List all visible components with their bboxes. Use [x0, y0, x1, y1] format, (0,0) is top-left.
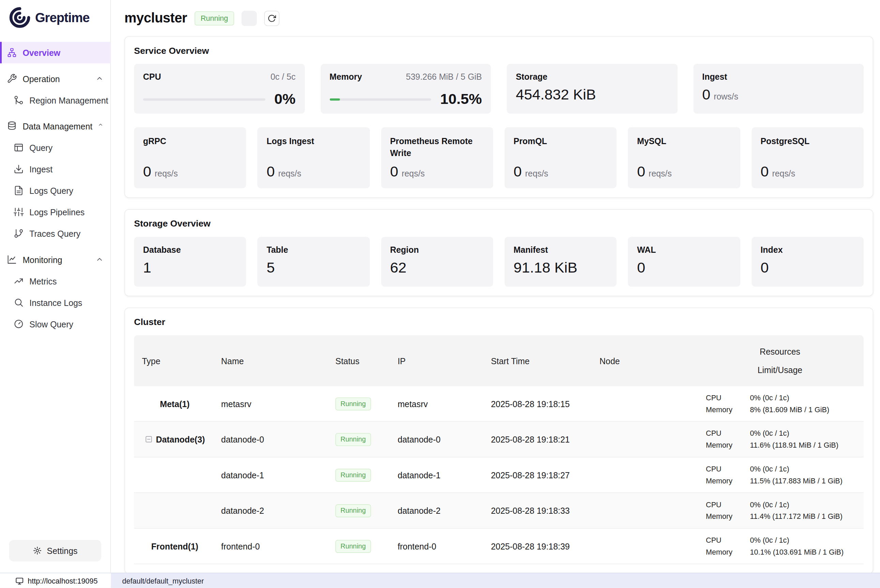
- protocol-label: Prometheus Remote Write: [390, 135, 484, 159]
- cluster-status-badge: Running: [194, 11, 234, 25]
- protocol-label: MySQL: [637, 135, 731, 147]
- storage-label: Storage: [516, 72, 547, 81]
- server-url: http://localhost:19095: [28, 576, 98, 585]
- row-resources: CPU0% (0c / 1c) Memory11.4% (117.172 MiB…: [696, 499, 863, 522]
- cpu-percent: 0%: [274, 91, 296, 108]
- stat-label: Region: [390, 245, 484, 255]
- row-name: frontend-0: [215, 542, 329, 551]
- refresh-button[interactable]: [264, 10, 279, 26]
- sidebar-group-monitoring[interactable]: Monitoring: [0, 249, 110, 270]
- protocol-unit: reqs/s: [772, 169, 795, 178]
- row-type: Frontend(1): [151, 542, 198, 551]
- sidebar-group-label: Monitoring: [23, 255, 62, 264]
- protocol-value: 0: [637, 163, 645, 180]
- cpu-stat-card: CPU 0c / 5c 0%: [134, 64, 304, 114]
- table-row-datanode-1: datanode-1 Running datanode-1 2025-08-28…: [134, 458, 863, 493]
- stat-value: 0: [760, 259, 854, 276]
- sidebar-item-label: Logs Pipelines: [29, 207, 84, 217]
- brand-name: Greptime: [35, 10, 90, 25]
- memory-resource-value: 11.5% (117.883 MiB / 1 GiB): [750, 476, 842, 486]
- protocol-card-postgresql: PostgreSQL 0reqs/s: [751, 127, 863, 188]
- sidebar-item-label: Metrics: [29, 276, 57, 286]
- stat-value: 91.18 KiB: [514, 259, 608, 276]
- cluster-card: Cluster Type Name Status IP Start Time N…: [125, 308, 873, 573]
- sidebar-item-instance-logs[interactable]: Instance Logs: [0, 292, 110, 313]
- table-row-datanode-2: datanode-2 Running datanode-2 2025-08-28…: [134, 493, 863, 529]
- cpu-resource-label: CPU: [706, 535, 750, 546]
- column-resources: Resources: [760, 346, 800, 356]
- ingest-unit: rows/s: [714, 92, 738, 101]
- storage-stat-row: Database 1 Table 5 Region 62 Manifest 91…: [134, 237, 863, 286]
- sidebar-item-label: Instance Logs: [29, 298, 82, 307]
- git-merge-icon: [14, 95, 24, 105]
- column-limit-usage: Limit/Usage: [758, 365, 802, 375]
- row-start-time: 2025-08-28 19:18:15: [484, 399, 592, 408]
- stat-label: Database: [143, 245, 237, 255]
- sidebar-item-logs-query[interactable]: Logs Query: [0, 180, 110, 201]
- chevron-up-icon: [95, 75, 103, 82]
- table-icon: [14, 142, 24, 153]
- sidebar-item-region-management[interactable]: Region Management: [0, 89, 110, 111]
- column-ip: IP: [398, 356, 406, 366]
- sidebar-group-data-management[interactable]: Data Management: [0, 116, 110, 137]
- search-icon: [14, 297, 24, 308]
- stat-card-database: Database 1: [134, 237, 246, 286]
- wrench-icon: [7, 74, 17, 84]
- row-start-time: 2025-08-28 19:18:27: [484, 470, 592, 480]
- cpu-resource-label: CPU: [706, 499, 750, 510]
- sidebar-item-query[interactable]: Query: [0, 137, 110, 158]
- sidebar-item-overview[interactable]: Overview: [0, 42, 110, 63]
- brand-logo[interactable]: Greptime: [0, 0, 110, 34]
- row-name: datanode-2: [215, 506, 329, 515]
- protocol-card-prometheus-remote-write: Prometheus Remote Write 0reqs/s: [381, 127, 493, 188]
- gauge-icon: [14, 319, 24, 329]
- server-url-chip[interactable]: http://localhost:19095: [0, 573, 111, 588]
- sidebar-item-metrics[interactable]: Metrics: [0, 270, 110, 292]
- sidebar-item-ingest[interactable]: Ingest: [0, 158, 110, 180]
- protocol-unit: reqs/s: [649, 169, 672, 178]
- row-resources: CPU0% (0c / 1c) Memory8% (81.609 MiB / 1…: [696, 393, 863, 415]
- sidebar-group-operation[interactable]: Operation: [0, 68, 110, 89]
- settings-button[interactable]: Settings: [9, 540, 101, 561]
- storage-stat-card: Storage 454.832 KiB: [507, 64, 677, 114]
- protocol-value: 0: [267, 163, 275, 180]
- row-ip: frontend-0: [391, 542, 484, 551]
- protocol-value: 0: [143, 163, 151, 180]
- table-row-datanode-0: Datanode(3) datanode-0 Running datanode-…: [134, 422, 863, 458]
- sidebar-item-slow-query[interactable]: Slow Query: [0, 313, 110, 334]
- protocol-label: PostgreSQL: [760, 135, 854, 147]
- storage-overview-card: Storage Overview Database 1 Table 5 Regi…: [125, 209, 873, 296]
- memory-resource-value: 11.6% (118.91 MiB / 1 GiB): [750, 440, 838, 451]
- gear-icon: [33, 546, 42, 555]
- protocol-unit: reqs/s: [401, 169, 425, 178]
- ingest-label: Ingest: [702, 72, 727, 81]
- stat-value: 0: [637, 259, 731, 276]
- page-title: mycluster: [125, 10, 187, 26]
- stat-label: WAL: [637, 245, 731, 255]
- cpu-resource-value: 0% (0c / 1c): [750, 393, 789, 404]
- cpu-resource-value: 0% (0c / 1c): [750, 428, 789, 439]
- cpu-resource-value: 0% (0c / 1c): [750, 499, 789, 510]
- column-type: Type: [142, 356, 161, 366]
- cluster-table-header: Type Name Status IP Start Time Node Reso…: [134, 335, 863, 386]
- sidebar-item-logs-pipelines[interactable]: Logs Pipelines: [0, 201, 110, 223]
- row-ip: datanode-2: [391, 506, 484, 515]
- chevron-up-icon: [95, 255, 103, 263]
- sidebar-item-traces-query[interactable]: Traces Query: [0, 223, 110, 244]
- blank-action-button[interactable]: [242, 10, 257, 26]
- stat-label: Index: [760, 245, 854, 255]
- memory-resource-label: Memory: [706, 440, 750, 451]
- row-status-badge: Running: [335, 433, 371, 446]
- cpu-quota: 0c / 5c: [270, 72, 296, 81]
- sidebar-group-label: Operation: [23, 74, 60, 84]
- memory-resource-value: 10.1% (103.691 MiB / 1 GiB): [750, 547, 844, 558]
- row-status-badge: Running: [335, 468, 371, 482]
- download-icon: [14, 164, 24, 174]
- column-status: Status: [335, 356, 360, 366]
- sidebar-item-label: Slow Query: [29, 319, 73, 329]
- memory-resource-label: Memory: [706, 511, 750, 522]
- chart-axis-icon: [7, 255, 17, 265]
- database-icon: [7, 121, 17, 131]
- minus-square-icon[interactable]: [144, 435, 152, 443]
- row-status-badge: Running: [335, 504, 371, 517]
